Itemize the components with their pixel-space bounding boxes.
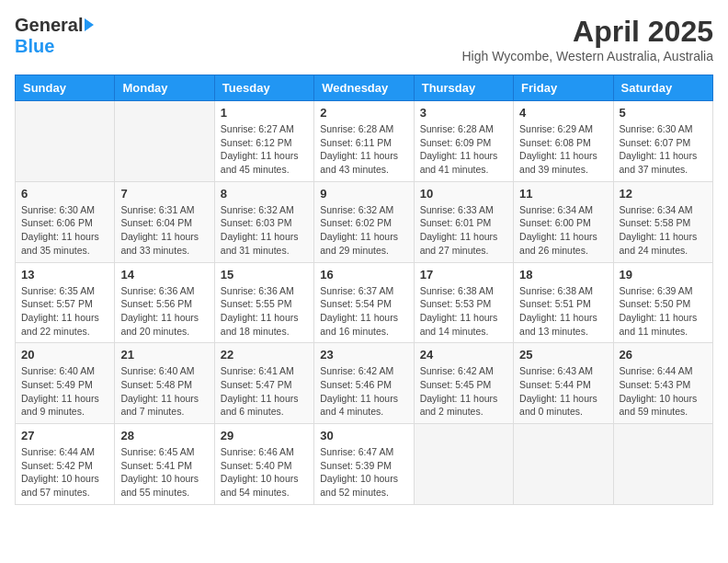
day-info: Sunrise: 6:34 AM Sunset: 6:00 PM Dayligh… xyxy=(519,203,607,258)
day-number: 12 xyxy=(620,187,707,201)
calendar-cell: 21Sunrise: 6:40 AM Sunset: 5:48 PM Dayli… xyxy=(115,343,214,424)
day-info: Sunrise: 6:38 AM Sunset: 5:51 PM Dayligh… xyxy=(519,284,607,339)
day-number: 20 xyxy=(21,348,108,362)
calendar-cell: 4Sunrise: 6:29 AM Sunset: 6:08 PM Daylig… xyxy=(514,101,613,182)
calendar-week-row: 1Sunrise: 6:27 AM Sunset: 6:12 PM Daylig… xyxy=(16,101,713,182)
location-title: High Wycombe, Western Australia, Austral… xyxy=(461,49,713,63)
day-info: Sunrise: 6:46 AM Sunset: 5:40 PM Dayligh… xyxy=(221,445,308,500)
calendar-cell: 15Sunrise: 6:36 AM Sunset: 5:55 PM Dayli… xyxy=(214,262,313,343)
day-number: 18 xyxy=(519,268,607,282)
day-info: Sunrise: 6:39 AM Sunset: 5:50 PM Dayligh… xyxy=(620,284,707,339)
calendar-cell xyxy=(613,424,712,505)
day-number: 8 xyxy=(221,187,308,201)
day-info: Sunrise: 6:41 AM Sunset: 5:47 PM Dayligh… xyxy=(221,364,308,419)
logo-triangle-icon xyxy=(85,18,94,31)
logo-blue-text: Blue xyxy=(15,36,54,57)
day-number: 25 xyxy=(519,348,607,362)
day-number: 29 xyxy=(221,429,308,442)
day-number: 22 xyxy=(221,348,308,362)
day-number: 7 xyxy=(120,187,208,201)
calendar-cell: 27Sunrise: 6:44 AM Sunset: 5:42 PM Dayli… xyxy=(16,424,115,505)
day-info: Sunrise: 6:47 AM Sunset: 5:39 PM Dayligh… xyxy=(320,445,407,500)
day-info: Sunrise: 6:42 AM Sunset: 5:46 PM Dayligh… xyxy=(320,364,407,419)
calendar-cell: 11Sunrise: 6:34 AM Sunset: 6:00 PM Dayli… xyxy=(514,181,613,262)
day-number: 17 xyxy=(420,268,507,282)
day-number: 4 xyxy=(519,106,607,120)
day-number: 16 xyxy=(320,268,407,282)
calendar-cell: 16Sunrise: 6:37 AM Sunset: 5:54 PM Dayli… xyxy=(314,262,414,343)
calendar-cell: 1Sunrise: 6:27 AM Sunset: 6:12 PM Daylig… xyxy=(214,101,313,182)
logo-general-text: General xyxy=(15,15,83,36)
day-number: 15 xyxy=(221,268,308,282)
day-number: 19 xyxy=(620,268,707,282)
column-header-saturday: Saturday xyxy=(613,75,712,101)
calendar-cell: 17Sunrise: 6:38 AM Sunset: 5:53 PM Dayli… xyxy=(414,262,513,343)
calendar-week-row: 6Sunrise: 6:30 AM Sunset: 6:06 PM Daylig… xyxy=(16,181,713,262)
day-info: Sunrise: 6:40 AM Sunset: 5:48 PM Dayligh… xyxy=(120,364,208,419)
day-number: 9 xyxy=(320,187,407,201)
day-info: Sunrise: 6:42 AM Sunset: 5:45 PM Dayligh… xyxy=(420,364,507,419)
day-info: Sunrise: 6:32 AM Sunset: 6:03 PM Dayligh… xyxy=(221,203,308,258)
column-header-monday: Monday xyxy=(115,75,214,101)
calendar-cell: 12Sunrise: 6:34 AM Sunset: 5:58 PM Dayli… xyxy=(613,181,712,262)
calendar-cell xyxy=(16,101,115,182)
day-number: 23 xyxy=(320,348,407,362)
day-info: Sunrise: 6:43 AM Sunset: 5:44 PM Dayligh… xyxy=(519,364,607,419)
day-info: Sunrise: 6:28 AM Sunset: 6:09 PM Dayligh… xyxy=(420,122,507,177)
column-header-wednesday: Wednesday xyxy=(314,75,414,101)
day-info: Sunrise: 6:30 AM Sunset: 6:07 PM Dayligh… xyxy=(620,122,707,177)
calendar-cell: 25Sunrise: 6:43 AM Sunset: 5:44 PM Dayli… xyxy=(514,343,613,424)
day-number: 21 xyxy=(120,348,208,362)
calendar-cell: 7Sunrise: 6:31 AM Sunset: 6:04 PM Daylig… xyxy=(115,181,214,262)
column-header-thursday: Thursday xyxy=(414,75,513,101)
calendar-cell xyxy=(414,424,513,505)
calendar-cell xyxy=(115,101,214,182)
day-info: Sunrise: 6:32 AM Sunset: 6:02 PM Dayligh… xyxy=(320,203,407,258)
day-info: Sunrise: 6:36 AM Sunset: 5:56 PM Dayligh… xyxy=(120,284,208,339)
day-number: 11 xyxy=(519,187,607,201)
calendar-cell: 14Sunrise: 6:36 AM Sunset: 5:56 PM Dayli… xyxy=(115,262,214,343)
day-info: Sunrise: 6:33 AM Sunset: 6:01 PM Dayligh… xyxy=(420,203,507,258)
day-info: Sunrise: 6:37 AM Sunset: 5:54 PM Dayligh… xyxy=(320,284,407,339)
calendar-cell: 2Sunrise: 6:28 AM Sunset: 6:11 PM Daylig… xyxy=(314,101,414,182)
calendar-cell: 30Sunrise: 6:47 AM Sunset: 5:39 PM Dayli… xyxy=(314,424,414,505)
column-header-sunday: Sunday xyxy=(16,75,115,101)
calendar-cell: 3Sunrise: 6:28 AM Sunset: 6:09 PM Daylig… xyxy=(414,101,513,182)
day-number: 26 xyxy=(620,348,707,362)
day-number: 1 xyxy=(221,106,308,120)
calendar-cell: 8Sunrise: 6:32 AM Sunset: 6:03 PM Daylig… xyxy=(214,181,313,262)
day-number: 3 xyxy=(420,106,507,120)
column-header-tuesday: Tuesday xyxy=(214,75,313,101)
day-info: Sunrise: 6:35 AM Sunset: 5:57 PM Dayligh… xyxy=(21,284,108,339)
day-number: 10 xyxy=(420,187,507,201)
calendar-cell: 5Sunrise: 6:30 AM Sunset: 6:07 PM Daylig… xyxy=(613,101,712,182)
calendar-cell: 18Sunrise: 6:38 AM Sunset: 5:51 PM Dayli… xyxy=(514,262,613,343)
day-number: 30 xyxy=(320,429,407,442)
day-info: Sunrise: 6:27 AM Sunset: 6:12 PM Dayligh… xyxy=(221,122,308,177)
day-info: Sunrise: 6:38 AM Sunset: 5:53 PM Dayligh… xyxy=(420,284,507,339)
calendar-cell: 29Sunrise: 6:46 AM Sunset: 5:40 PM Dayli… xyxy=(214,424,313,505)
title-section: April 2025 High Wycombe, Western Austral… xyxy=(461,15,713,63)
calendar-cell: 28Sunrise: 6:45 AM Sunset: 5:41 PM Dayli… xyxy=(115,424,214,505)
day-number: 14 xyxy=(120,268,208,282)
calendar-cell: 10Sunrise: 6:33 AM Sunset: 6:01 PM Dayli… xyxy=(414,181,513,262)
calendar-table: SundayMondayTuesdayWednesdayThursdayFrid… xyxy=(15,75,713,505)
day-number: 6 xyxy=(21,187,108,201)
calendar-week-row: 13Sunrise: 6:35 AM Sunset: 5:57 PM Dayli… xyxy=(16,262,713,343)
calendar-cell: 26Sunrise: 6:44 AM Sunset: 5:43 PM Dayli… xyxy=(613,343,712,424)
day-info: Sunrise: 6:36 AM Sunset: 5:55 PM Dayligh… xyxy=(221,284,308,339)
calendar-week-row: 20Sunrise: 6:40 AM Sunset: 5:49 PM Dayli… xyxy=(16,343,713,424)
calendar-cell: 22Sunrise: 6:41 AM Sunset: 5:47 PM Dayli… xyxy=(214,343,313,424)
day-number: 28 xyxy=(120,429,208,442)
day-info: Sunrise: 6:44 AM Sunset: 5:42 PM Dayligh… xyxy=(21,445,108,500)
calendar-cell: 23Sunrise: 6:42 AM Sunset: 5:46 PM Dayli… xyxy=(314,343,414,424)
day-number: 24 xyxy=(420,348,507,362)
day-number: 2 xyxy=(320,106,407,120)
logo: General Blue xyxy=(15,15,94,57)
month-title: April 2025 xyxy=(461,15,713,49)
column-header-friday: Friday xyxy=(514,75,613,101)
calendar-cell: 6Sunrise: 6:30 AM Sunset: 6:06 PM Daylig… xyxy=(16,181,115,262)
day-info: Sunrise: 6:29 AM Sunset: 6:08 PM Dayligh… xyxy=(519,122,607,177)
calendar-header-row: SundayMondayTuesdayWednesdayThursdayFrid… xyxy=(16,75,713,101)
calendar-week-row: 27Sunrise: 6:44 AM Sunset: 5:42 PM Dayli… xyxy=(16,424,713,505)
